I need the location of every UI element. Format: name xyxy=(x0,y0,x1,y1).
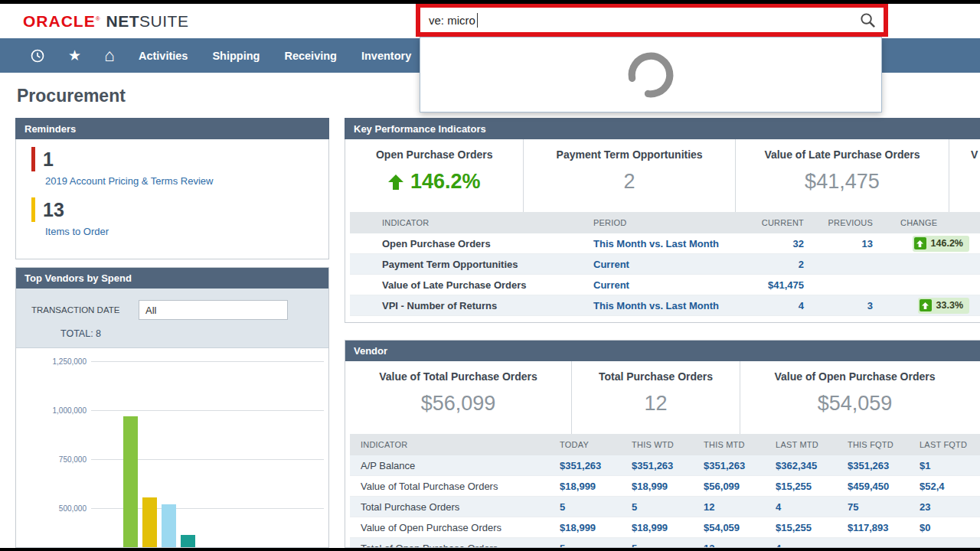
reminders-portlet-header[interactable]: Reminders xyxy=(15,118,329,139)
change-value: 146.2% xyxy=(931,238,963,249)
y-axis-tick: 750,000 xyxy=(16,455,87,464)
home-icon[interactable]: ⌂ xyxy=(93,45,126,66)
vendor-summary-open-value: Value of Open Purchase Orders $54,059 xyxy=(740,361,969,434)
shortcuts-star-icon[interactable]: ★ xyxy=(57,47,93,64)
value-cell[interactable]: $56,099 xyxy=(702,481,774,492)
nav-item-activities[interactable]: Activities xyxy=(126,38,200,73)
gridline xyxy=(91,410,324,411)
col-current: CURRENT xyxy=(739,218,804,227)
y-axis-tick: 1,000,000 xyxy=(16,406,87,415)
kpi-summary-partial: V xyxy=(949,139,980,212)
reminder-item[interactable]: 1 2019 Account Pricing & Terms Review xyxy=(31,147,328,187)
chart-bar[interactable] xyxy=(181,535,195,547)
value-cell[interactable]: $54,059 xyxy=(702,522,774,533)
chart-bar[interactable] xyxy=(123,416,138,547)
previous-cell[interactable]: 3 xyxy=(804,300,873,311)
nav-item-receiving[interactable]: Receiving xyxy=(272,38,349,73)
indicator-cell: Total of Open Purchase Orders xyxy=(350,543,558,549)
previous-cell[interactable]: 13 xyxy=(804,238,873,249)
chart-bar[interactable] xyxy=(142,497,157,547)
current-cell[interactable]: 2 xyxy=(739,259,804,270)
registered-mark: ® xyxy=(96,15,100,22)
vendor-summary-label: Value of Open Purchase Orders xyxy=(740,370,969,383)
value-cell[interactable]: 5 xyxy=(630,543,702,549)
indicator-cell: Total Purchase Orders xyxy=(350,501,558,513)
reminder-link[interactable]: 2019 Account Pricing & Terms Review xyxy=(45,175,328,187)
nav-item-inventory[interactable]: Inventory xyxy=(349,38,423,73)
kpi-table-row: Payment Term Opportunities Current 2 xyxy=(350,254,980,275)
value-cell[interactable]: 4 xyxy=(774,543,846,549)
period-cell[interactable]: This Month vs. Last Month xyxy=(593,238,739,249)
current-cell[interactable]: 32 xyxy=(739,238,804,249)
value-cell[interactable]: 5 xyxy=(558,543,630,549)
value-cell[interactable]: 4 xyxy=(774,501,846,513)
value-cell[interactable]: 23 xyxy=(918,501,980,513)
value-cell[interactable]: 5 xyxy=(630,501,702,513)
vendor-table: INDICATOR TODAY THIS WTD THIS MTD LAST M… xyxy=(350,434,980,548)
value-cell[interactable]: $52,4 xyxy=(918,481,980,492)
value-cell[interactable]: $459,450 xyxy=(846,481,918,492)
transaction-date-select[interactable]: All xyxy=(139,300,288,320)
value-cell[interactable]: 5 xyxy=(558,501,630,513)
chart-bar[interactable] xyxy=(162,504,176,547)
change-cell: 146.2% xyxy=(873,236,980,252)
vendor-title: Vendor xyxy=(354,345,387,357)
value-cell[interactable]: 12 xyxy=(702,501,774,513)
value-cell[interactable]: $15,255 xyxy=(774,481,846,492)
value-cell[interactable]: $362,345 xyxy=(774,460,846,471)
vendor-table-header: INDICATOR TODAY THIS WTD THIS MTD LAST M… xyxy=(350,434,980,455)
reminder-link[interactable]: Items to Order xyxy=(45,226,328,237)
vendor-summary-value[interactable]: 12 xyxy=(572,392,740,416)
logo-oracle: ORACLE xyxy=(23,12,96,30)
recent-records-icon[interactable] xyxy=(18,48,57,64)
value-cell[interactable]: $0 xyxy=(918,522,980,533)
vendor-summary-total-count: Total Purchase Orders 12 xyxy=(571,361,740,434)
vendor-summary-value[interactable]: $56,099 xyxy=(345,392,571,416)
value-cell[interactable]: $351,263 xyxy=(630,460,702,471)
value-cell[interactable]: $18,999 xyxy=(558,481,630,492)
kpi-summary-label: Value of Late Purchase Orders xyxy=(736,148,949,161)
top-vendors-filter-band: TRANSACTION DATE All TOTAL: 8 xyxy=(16,289,328,348)
top-vendors-portlet-header[interactable]: Top Vendors by Spend xyxy=(15,267,329,289)
logo-suite: SUITE xyxy=(139,12,188,30)
current-cell[interactable]: $41,475 xyxy=(739,279,804,291)
y-axis-tick: 500,000 xyxy=(16,504,87,513)
reminders-portlet: Reminders 1 2019 Account Pricing & Terms… xyxy=(15,118,329,259)
letterbox-top xyxy=(0,0,980,4)
value-cell[interactable]: $18,999 xyxy=(630,522,702,533)
kpi-summary-value[interactable]: 146.2% xyxy=(345,170,523,194)
vendor-summary-label: Value of Total Purchase Orders xyxy=(345,370,571,383)
nav-item-shipping[interactable]: Shipping xyxy=(200,38,272,73)
loading-spinner-icon xyxy=(626,51,675,99)
value-cell[interactable]: $351,263 xyxy=(846,460,918,471)
value-cell[interactable]: 75 xyxy=(846,501,918,513)
y-axis-tick: 1,250,000 xyxy=(16,357,87,366)
vendor-portlet-header[interactable]: Vendor xyxy=(345,340,980,361)
oracle-netsuite-logo[interactable]: ORACLE®NETSUITE xyxy=(23,12,188,31)
netsuite-dashboard: ORACLE®NETSUITE ★ ⌂ Activities Shipping … xyxy=(0,0,980,551)
kpi-summary-value[interactable]: 2 xyxy=(524,170,734,194)
period-cell[interactable]: Current xyxy=(593,279,739,291)
value-cell[interactable]: $351,263 xyxy=(558,460,630,471)
value-cell[interactable]: $1 xyxy=(918,460,980,471)
kpi-summary-value[interactable]: $41,475 xyxy=(736,170,949,194)
value-cell[interactable]: $117,893 xyxy=(846,522,918,533)
period-cell[interactable]: This Month vs. Last Month xyxy=(593,300,739,311)
search-icon xyxy=(859,11,877,29)
kpi-portlet-header[interactable]: Key Performance Indicators xyxy=(345,118,980,139)
period-cell[interactable]: Current xyxy=(593,259,739,270)
current-cell[interactable]: 4 xyxy=(739,300,804,311)
kpi-portlet: Key Performance Indicators Open Purchase… xyxy=(345,118,980,323)
kpi-table-row: VPI - Number of Returns This Month vs. L… xyxy=(350,295,980,316)
search-input[interactable]: ve: micro xyxy=(420,8,852,32)
value-cell[interactable]: $351,263 xyxy=(702,460,774,471)
value-cell[interactable]: $18,999 xyxy=(558,522,630,533)
reminder-item[interactable]: 13 Items to Order xyxy=(31,197,328,237)
trend-up-arrow-icon xyxy=(388,174,403,190)
value-cell[interactable]: 12 xyxy=(702,543,774,549)
vendor-summary-value[interactable]: $54,059 xyxy=(740,392,969,416)
value-cell[interactable]: $15,255 xyxy=(774,522,846,533)
kpi-summary-payment-term: Payment Term Opportunities 2 xyxy=(523,139,734,212)
search-button[interactable] xyxy=(852,11,884,29)
value-cell[interactable]: $18,999 xyxy=(630,481,702,492)
